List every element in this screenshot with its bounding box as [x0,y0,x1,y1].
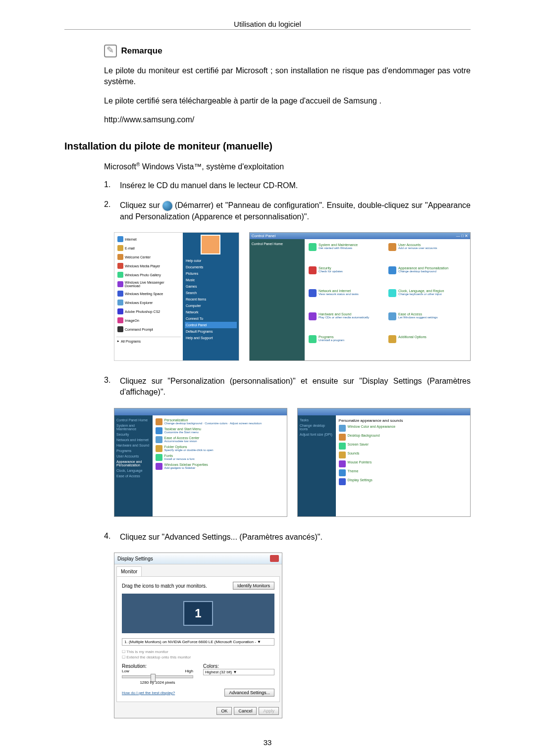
screenshot-row-2: Control Panel Home System and Maintenanc… [114,408,471,517]
help-link[interactable]: How do I get the best display? [122,691,175,695]
page-header: Utilisation du logiciel [64,20,471,30]
resolution-value: 1280 by 1024 pixels [122,680,193,685]
cancel-button[interactable]: Cancel [234,707,257,715]
start-orb-icon [162,201,172,211]
ds-drag-text: Drag the icons to match your monitors. [122,583,207,589]
apply-button[interactable]: Apply [259,707,279,715]
step-1-text: Insérez le CD du manuel dans le lecteur … [120,180,471,191]
page-number: 33 [64,738,471,747]
step-4: 4. Cliquez sur "Advanced Settings... (Pa… [104,532,471,543]
appearance-screenshot: Control Panel Home System and Maintenanc… [114,408,287,517]
note-icon [104,45,117,57]
colors-select[interactable]: Highest (32 bit) ▼ [203,669,274,675]
monitor-icon[interactable]: 1 [183,601,213,626]
ds-monitor-tab[interactable]: Monitor [116,566,142,576]
main-monitor-checkbox[interactable]: ☐ This is my main monitor [122,650,274,654]
remark-p1: Le pilote du moniteur est certifié par M… [104,65,471,88]
os-line: Microsoft® Windows Vista™, système d'exp… [104,162,471,171]
step-1: 1. Insérez le CD du manuel dans le lecte… [104,180,471,191]
identify-monitors-button[interactable]: Identify Monitors [233,582,274,590]
step-4-text: Cliquez sur "Advanced Settings... (Param… [120,532,471,543]
colors-label: Colors: [203,663,274,669]
step-4-num: 4. [104,532,120,543]
personalization-screenshot: Tasks Change desktop icons Adjust font s… [297,408,471,517]
monitor-select[interactable]: 1. (Multiple Monitors) on NVIDIA GeForce… [122,638,274,646]
section-heading: Installation du pilote de moniteur (manu… [64,141,471,152]
control-panel-screenshot: Control Panel— □ ✕ Control Panel Home Sy… [249,232,471,361]
start-menu-screenshot: Internet E-mail Welcome Center Windows M… [114,232,239,361]
close-icon[interactable] [270,555,279,562]
screenshot-row-1: Internet E-mail Welcome Center Windows M… [114,232,471,361]
resolution-label: Resolution: [122,663,193,669]
advanced-settings-button[interactable]: Advanced Settings... [224,689,274,697]
step-3-text: Cliquez sur "Personalization (personnali… [120,376,471,398]
step-2-num: 2. [104,200,120,222]
ok-button[interactable]: OK [216,707,232,715]
remark-p2: Le pilote certifié sera téléchargeable à… [104,96,471,106]
remark-section: Remarque Le pilote du moniteur est certi… [104,45,471,126]
remark-url: http://www.samsung.com/ [104,114,471,125]
resolution-slider[interactable] [122,675,193,678]
step-2: 2. Cliquez sur (Démarrer) et "Panneau de… [104,200,471,222]
step-3: 3. Cliquez sur "Personalization (personn… [104,376,471,398]
step-3-num: 3. [104,376,120,398]
remark-title: Remarque [121,46,162,56]
step-2-text: Cliquez sur (Démarrer) et "Panneau de co… [120,200,471,222]
ds-window-title: Display Settings [117,556,153,561]
remark-text: Le pilote du moniteur est certifié par M… [104,65,471,126]
display-settings-screenshot: Display Settings Monitor Drag the icons … [114,553,471,718]
extend-desktop-checkbox[interactable]: ☐ Extend the desktop onto this monitor [122,655,274,659]
step-1-num: 1. [104,180,120,191]
